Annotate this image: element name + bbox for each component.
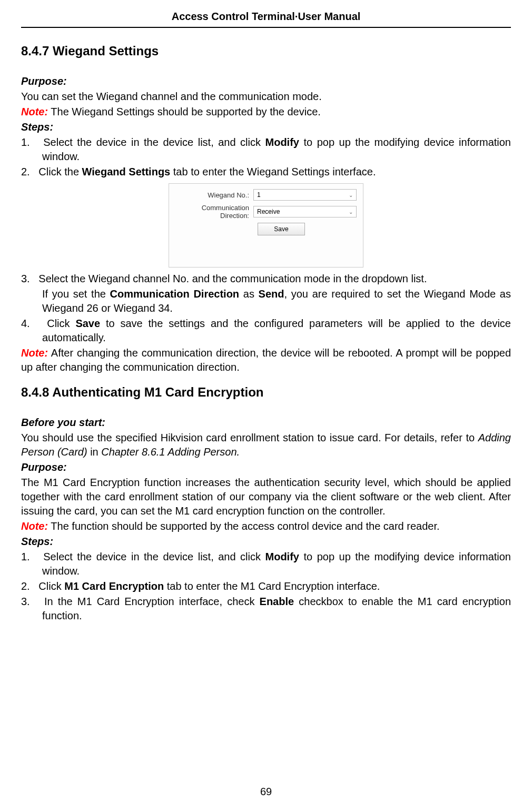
section-heading-wiegand: 8.4.7 Wiegand Settings bbox=[21, 44, 511, 58]
step-4: 4. Click Save to save the settings and t… bbox=[21, 317, 511, 345]
steps-list-1-continued2: 4. Click Save to save the settings and t… bbox=[21, 317, 511, 345]
page-number: 69 bbox=[0, 786, 532, 798]
note3-text: The function should be supported by the … bbox=[48, 520, 439, 532]
purpose2-text: The M1 Card Encryption function increase… bbox=[21, 476, 511, 518]
chevron-down-icon: ⌄ bbox=[349, 209, 353, 215]
steps-list-2: 1. Select the device in the device list,… bbox=[21, 550, 511, 623]
before-you-start-label: Before you start: bbox=[21, 417, 105, 428]
step2-3: 3. In the M1 Card Encryption interface, … bbox=[21, 595, 511, 623]
steps-list-1-continued: 3. Select the Wiegand channel No. and th… bbox=[21, 272, 511, 286]
step-3: 3. Select the Wiegand channel No. and th… bbox=[21, 272, 511, 286]
step2-1: 1. Select the device in the device list,… bbox=[21, 550, 511, 578]
save-button[interactable]: Save bbox=[258, 223, 305, 235]
wiegand-no-label: Wiegand No.: bbox=[175, 191, 253, 199]
document-header: Access Control Terminal·User Manual bbox=[21, 11, 511, 28]
step2-2: 2. Click M1 Card Encryption tab to enter… bbox=[21, 579, 511, 594]
steps2-label: Steps: bbox=[21, 536, 53, 547]
purpose-text: You can set the Wiegand channel and the … bbox=[21, 90, 511, 104]
purpose-label: Purpose: bbox=[21, 75, 67, 87]
section-heading-m1-encryption: 8.4.8 Authenticating M1 Card Encryption bbox=[21, 385, 511, 400]
note3-label: Note: bbox=[21, 520, 48, 532]
purpose2-label: Purpose: bbox=[21, 461, 67, 473]
comm-direction-select[interactable]: Receive ⌄ bbox=[253, 206, 357, 217]
wiegand-no-value: 1 bbox=[257, 191, 261, 199]
steps-label: Steps: bbox=[21, 121, 53, 133]
wiegand-no-row: Wiegand No.: 1 ⌄ bbox=[175, 189, 357, 201]
note2-text: After changing the communication directi… bbox=[21, 347, 511, 373]
note-text: The Wiegand Settings should be supported… bbox=[48, 106, 321, 117]
before-you-start-text: You should use the specified Hikvision c… bbox=[21, 431, 511, 459]
header-title: Access Control Terminal·User Manual bbox=[172, 11, 361, 22]
note-label: Note: bbox=[21, 106, 48, 117]
step-3-sub: If you set the Communication Direction a… bbox=[21, 287, 511, 315]
comm-direction-row: Communication Direction: Receive ⌄ bbox=[175, 204, 357, 220]
wiegand-no-select[interactable]: 1 ⌄ bbox=[253, 189, 357, 201]
steps-list-1: 1. Select the device in the device list,… bbox=[21, 135, 511, 179]
note2-label: Note: bbox=[21, 347, 48, 359]
step-2: 2. Click the Wiegand Settings tab to ent… bbox=[21, 165, 511, 179]
wiegand-settings-screenshot: Wiegand No.: 1 ⌄ Communication Direction… bbox=[169, 183, 363, 268]
comm-direction-value: Receive bbox=[257, 208, 280, 215]
comm-direction-label: Communication Direction: bbox=[175, 204, 253, 220]
chevron-down-icon: ⌄ bbox=[349, 192, 353, 198]
step-1: 1. Select the device in the device list,… bbox=[21, 135, 511, 164]
